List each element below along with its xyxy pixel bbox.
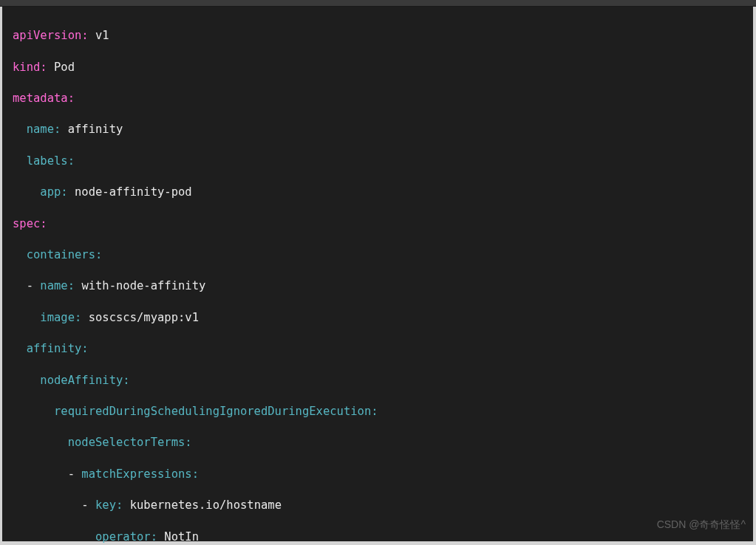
- yaml-key: spec: [13, 217, 40, 230]
- yaml-value: v1: [95, 29, 109, 42]
- yaml-key: operator: [95, 530, 151, 544]
- watermark: CSDN @奇奇怪怪^: [657, 517, 746, 532]
- code-line: spec:: [13, 216, 743, 232]
- code-line: - matchExpressions:: [13, 467, 743, 482]
- yaml-value: NotIn: [164, 530, 199, 544]
- yaml-key: containers: [27, 248, 95, 261]
- yaml-value: Pod: [54, 61, 75, 74]
- yaml-key: app: [40, 185, 61, 199]
- code-line: labels:: [13, 154, 743, 169]
- yaml-key: nodeSelectorTerms: [68, 436, 185, 449]
- yaml-key: name: [27, 123, 54, 136]
- code-line: apiVersion: v1: [13, 28, 743, 44]
- code-line: requiredDuringSchedulingIgnoredDuringExe…: [13, 404, 743, 419]
- yaml-key: apiVersion: [13, 29, 81, 42]
- code-line: metadata:: [13, 91, 743, 106]
- yaml-value: soscscs/myapp:v1: [89, 311, 199, 324]
- yaml-key: requiredDuringSchedulingIgnoredDuringExe…: [54, 405, 371, 418]
- code-line: nodeAffinity:: [13, 373, 743, 388]
- yaml-value: node-affinity-pod: [75, 185, 192, 199]
- yaml-key: name: [40, 279, 67, 292]
- yaml-key: labels: [27, 154, 68, 168]
- tab-bar: [0, 0, 756, 7]
- code-line: name: affinity: [13, 122, 743, 137]
- yaml-value: with-node-affinity: [81, 279, 205, 292]
- code-editor[interactable]: apiVersion: v1 kind: Pod metadata: name:…: [2, 7, 753, 541]
- code-line: kind: Pod: [13, 60, 743, 75]
- yaml-key: matchExpressions: [81, 467, 191, 481]
- yaml-key: nodeAffinity: [40, 374, 123, 387]
- yaml-key: kind: [13, 61, 40, 74]
- code-line: containers:: [13, 247, 743, 263]
- yaml-key: metadata: [13, 92, 68, 105]
- code-line: - key: kubernetes.io/hostname: [13, 498, 743, 513]
- code-line: image: soscscs/myapp:v1: [13, 310, 743, 326]
- yaml-value: kubernetes.io/hostname: [130, 498, 282, 512]
- code-line: - name: with-node-affinity: [13, 278, 743, 294]
- code-line: app: node-affinity-pod: [13, 185, 743, 200]
- yaml-value: affinity: [68, 123, 123, 136]
- yaml-key: affinity: [27, 342, 82, 355]
- code-line: operator: NotIn: [13, 529, 743, 545]
- yaml-key: image: [40, 311, 75, 324]
- yaml-key: key: [95, 498, 116, 512]
- code-line: affinity:: [13, 341, 743, 357]
- code-line: nodeSelectorTerms:: [13, 435, 743, 450]
